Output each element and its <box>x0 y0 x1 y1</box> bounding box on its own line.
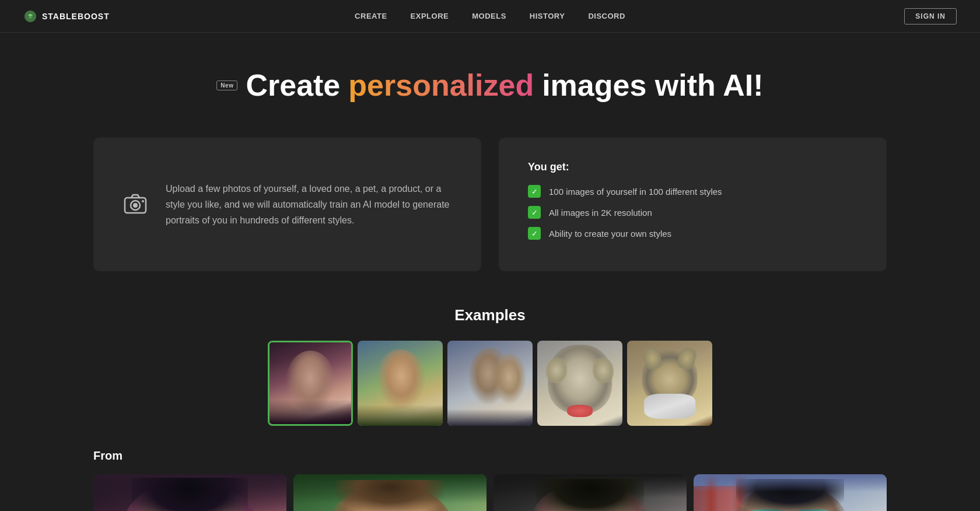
camera-icon-wrap <box>123 191 148 219</box>
from-card-3 <box>494 474 687 511</box>
svg-point-3 <box>142 200 144 202</box>
example-thumb-2[interactable] <box>358 341 443 426</box>
hero-title-gradient: personalized <box>348 68 534 103</box>
hero-title-part1: Create <box>246 68 340 103</box>
example-thumb-1[interactable] <box>268 341 353 426</box>
benefit-text-3: Ability to create your own styles <box>549 229 671 239</box>
benefit-text-1: 100 images of yourself in 100 different … <box>549 187 722 197</box>
nav-discord[interactable]: DISCORD <box>588 12 625 20</box>
logo-text: STABLEBOOST <box>42 12 110 21</box>
from-card-4 <box>694 474 887 511</box>
upload-card: Upload a few photos of yourself, a loved… <box>93 138 481 271</box>
from-grid <box>93 474 887 511</box>
from-section: From <box>0 438 980 511</box>
hero-title-part2: images with AI! <box>542 68 763 103</box>
camera-icon <box>123 191 148 216</box>
benefits-card: You get: ✓ 100 images of yourself in 100… <box>499 138 887 271</box>
benefit-text-2: All images in 2K resolution <box>549 208 652 218</box>
example-thumb-3[interactable] <box>447 341 533 426</box>
hero-title: New Create personalized images with AI! <box>23 68 957 103</box>
logo-icon <box>23 9 37 23</box>
sign-in-button[interactable]: SIGN IN <box>904 8 957 24</box>
new-badge: New <box>216 80 237 90</box>
check-icon-1: ✓ <box>528 185 541 198</box>
examples-title: Examples <box>93 306 887 324</box>
example-thumb-4[interactable] <box>537 341 622 426</box>
info-section: Upload a few photos of yourself, a loved… <box>0 126 980 283</box>
from-title: From <box>93 449 887 463</box>
upload-description: Upload a few photos of yourself, a loved… <box>166 181 452 229</box>
nav-explore[interactable]: EXPLORE <box>411 12 449 20</box>
nav-history[interactable]: HISTORY <box>530 12 565 20</box>
header: STABLEBOOST CREATE EXPLORE MODELS HISTOR… <box>0 0 980 33</box>
benefit-item-3: ✓ Ability to create your own styles <box>528 227 858 240</box>
hero-section: New Create personalized images with AI! <box>0 33 980 114</box>
benefits-title: You get: <box>528 161 858 173</box>
examples-grid <box>93 341 887 426</box>
check-icon-3: ✓ <box>528 227 541 240</box>
benefit-item-1: ✓ 100 images of yourself in 100 differen… <box>528 185 858 198</box>
from-card-1 <box>93 474 286 511</box>
svg-point-2 <box>133 203 138 208</box>
logo[interactable]: STABLEBOOST <box>23 9 110 23</box>
benefit-item-2: ✓ All images in 2K resolution <box>528 206 858 219</box>
nav-create[interactable]: CREATE <box>355 12 387 20</box>
check-icon-2: ✓ <box>528 206 541 219</box>
example-thumb-5[interactable] <box>627 341 712 426</box>
main-nav: CREATE EXPLORE MODELS HISTORY DISCORD <box>355 12 625 20</box>
examples-section: Examples <box>0 283 980 438</box>
from-card-2 <box>293 474 487 511</box>
nav-models[interactable]: MODELS <box>472 12 506 20</box>
